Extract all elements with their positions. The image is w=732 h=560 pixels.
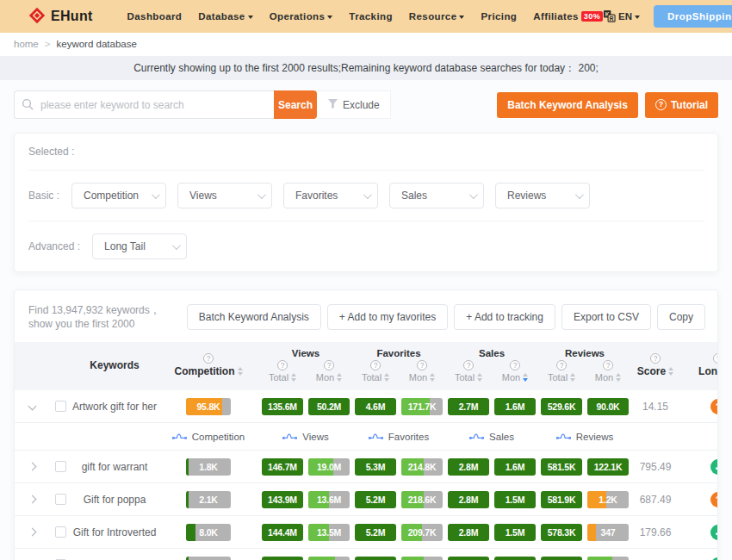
- sub-label: Mon: [502, 372, 520, 383]
- reviews-select[interactable]: Reviews: [495, 183, 590, 208]
- sort-down-icon: [291, 378, 296, 382]
- views-select[interactable]: Views: [177, 183, 272, 208]
- breadcrumb-home[interactable]: home: [14, 39, 39, 49]
- trend-link-label: Views: [302, 432, 328, 442]
- metric-badge: 214.8K: [401, 458, 443, 476]
- nav-item-operations[interactable]: Operations: [270, 11, 333, 22]
- sort-down-icon: [668, 372, 673, 376]
- sort-icon[interactable]: [570, 373, 575, 382]
- row-checkbox[interactable]: [55, 526, 66, 538]
- basic-selects: CompetitionViewsFavoritesSalesReviews: [71, 183, 590, 208]
- trend-link-favorites[interactable]: Favorites: [352, 432, 445, 442]
- metric-badge: 146.7M: [262, 458, 303, 476]
- keyword-text: Artwork gift for her: [72, 401, 157, 413]
- trend-link-competition[interactable]: Competition: [158, 432, 259, 442]
- export-to-csv-button[interactable]: Export to CSV: [561, 304, 651, 330]
- brand[interactable]: EHunt: [28, 6, 93, 28]
- breadcrumb: home > keyword database: [0, 33, 732, 54]
- metric-value: 2.8M: [459, 527, 479, 538]
- nav-item-resource[interactable]: Resource: [409, 11, 465, 22]
- chevron-down-icon: [363, 190, 372, 199]
- chevron-down-icon: [575, 190, 584, 199]
- expand-row-icon[interactable]: [28, 528, 36, 537]
- language-switcher[interactable]: KR EN: [603, 9, 640, 24]
- question-circle-icon: ?: [710, 399, 717, 414]
- select-value: Sales: [401, 190, 427, 202]
- metric-badge: 5.3M: [355, 458, 396, 476]
- expand-row-icon[interactable]: [28, 463, 36, 471]
- trend-link-label: Competition: [192, 432, 245, 442]
- nav-item-database[interactable]: Database: [198, 11, 252, 22]
- search-input[interactable]: [14, 90, 274, 119]
- sort-icon[interactable]: [337, 373, 342, 382]
- metric-value: 1.6M: [506, 401, 525, 412]
- row-checkbox[interactable]: [55, 401, 66, 412]
- metric-badge: 13.6M: [308, 491, 350, 508]
- sort-icon[interactable]: [477, 373, 482, 382]
- sort-icon[interactable]: [523, 373, 528, 382]
- sort-icon[interactable]: [291, 373, 296, 382]
- sort-down-icon: [570, 378, 575, 382]
- sort-icon[interactable]: [430, 373, 435, 382]
- metric-badge: 2.5K: [186, 557, 231, 560]
- long-tail-select[interactable]: Long Tail: [92, 233, 187, 259]
- check-circle-icon: ✓: [710, 557, 717, 560]
- metric-badge: 217.2K: [401, 557, 443, 560]
- metric-value: 8.0K: [199, 527, 217, 538]
- metric-badge: 218.6K: [401, 491, 443, 508]
- nav-item-affiliates[interactable]: Affiliates30%: [533, 11, 603, 22]
- metric-value: 1.5M: [506, 495, 525, 505]
- score-value: 795.49: [640, 461, 672, 473]
- nav-item-pricing[interactable]: Pricing: [481, 11, 517, 22]
- batch-keyword-analysis-button[interactable]: Batch Keyword Analysis: [497, 92, 638, 118]
- metric-value: 209.7K: [408, 527, 437, 538]
- sort-icon[interactable]: [616, 373, 621, 382]
- metric-value: 1.6M: [506, 462, 525, 472]
- metric-badge: 144.4M: [262, 524, 303, 541]
- metric-value: 1.5M: [506, 527, 525, 538]
- metric-badge: 143.9M: [262, 491, 303, 508]
- metric-badge: 581.9K: [541, 491, 582, 508]
- sort-icon[interactable]: [668, 367, 673, 376]
- keyword-text: Gift for Introverted: [73, 526, 157, 538]
- trend-links-row: CompetitionViewsFavoritesSalesReviews: [15, 423, 717, 451]
- nav-item-label: Operations: [270, 11, 326, 22]
- notice-text: Currently showing up to the first 2000 r…: [133, 61, 599, 76]
- brand-name: EHunt: [51, 9, 93, 24]
- metric-badge: 8.0K: [186, 524, 231, 541]
- sort-icon[interactable]: [238, 367, 243, 376]
- nav-item-tracking[interactable]: Tracking: [349, 11, 393, 22]
- sort-icon[interactable]: [384, 373, 389, 382]
- exclude-button[interactable]: Exclude: [317, 90, 391, 119]
- add-to-tracking-button[interactable]: + Add to tracking: [454, 304, 555, 330]
- metric-badge: 2.8M: [448, 557, 489, 560]
- competition-select[interactable]: Competition: [71, 183, 166, 208]
- collapse-row-icon[interactable]: [28, 402, 36, 411]
- add-to-my-favorites-button[interactable]: + Add to my favorites: [327, 304, 448, 330]
- metric-badge: 5.2M: [355, 557, 396, 560]
- metric-badge: 1.8K: [186, 458, 231, 476]
- trend-link-views[interactable]: Views: [259, 432, 352, 442]
- row-checkbox[interactable]: [55, 494, 66, 505]
- sort-down-icon: [238, 372, 243, 376]
- trend-link-sales[interactable]: Sales: [445, 432, 538, 442]
- favorites-select[interactable]: Favorites: [283, 183, 378, 208]
- copy-button[interactable]: Copy: [657, 304, 705, 330]
- nav-item-dashboard[interactable]: Dashboard: [127, 11, 183, 22]
- sub-label: Mon: [409, 372, 427, 383]
- batch-keyword-analysis-button[interactable]: Batch Keyword Analysis: [187, 304, 321, 330]
- search-button[interactable]: Search: [274, 90, 317, 119]
- breadcrumb-separator: >: [45, 39, 51, 49]
- dropshipping-button[interactable]: DropShipping: [654, 5, 732, 28]
- language-label: EN: [618, 11, 632, 22]
- help-icon: ?: [324, 360, 334, 370]
- tutorial-button[interactable]: ? Tutorial: [645, 92, 718, 118]
- chevron-down-icon: [257, 190, 266, 199]
- sales-select[interactable]: Sales: [389, 183, 484, 208]
- filter-panel: Selected : Basic : CompetitionViewsFavor…: [14, 133, 718, 272]
- expand-row-icon[interactable]: [28, 495, 36, 504]
- row-checkbox[interactable]: [55, 461, 66, 472]
- chevron-down-icon: [172, 241, 181, 250]
- tutorial-label: Tutorial: [671, 99, 708, 111]
- trend-link-reviews[interactable]: Reviews: [538, 432, 631, 442]
